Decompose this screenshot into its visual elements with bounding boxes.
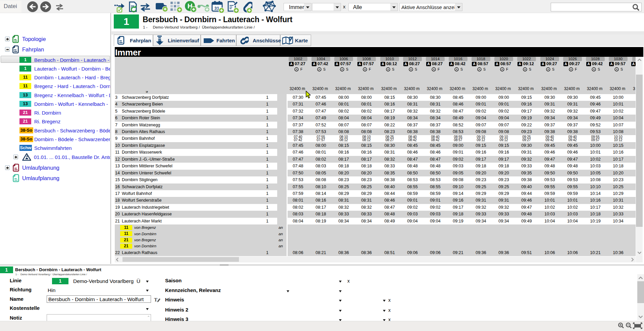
svg-text:T: T — [154, 297, 157, 302]
svg-text:A: A — [387, 68, 389, 71]
svg-text:31: 31 — [214, 6, 219, 11]
svg-text:A: A — [524, 68, 526, 71]
svg-text:A: A — [433, 68, 435, 71]
svg-text:A: A — [478, 68, 480, 71]
svg-text:A: A — [593, 68, 595, 71]
svg-text:A: A — [501, 68, 503, 71]
svg-text:A: A — [615, 68, 617, 71]
svg-text:A: A — [318, 68, 320, 71]
svg-text:A: A — [547, 68, 549, 71]
svg-text:A: A — [455, 68, 457, 71]
svg-text:A: A — [410, 68, 412, 71]
svg-text:A: A — [570, 68, 572, 71]
svg-text:A: A — [341, 68, 343, 71]
svg-text:A: A — [295, 68, 297, 71]
svg-text:A: A — [364, 68, 366, 71]
